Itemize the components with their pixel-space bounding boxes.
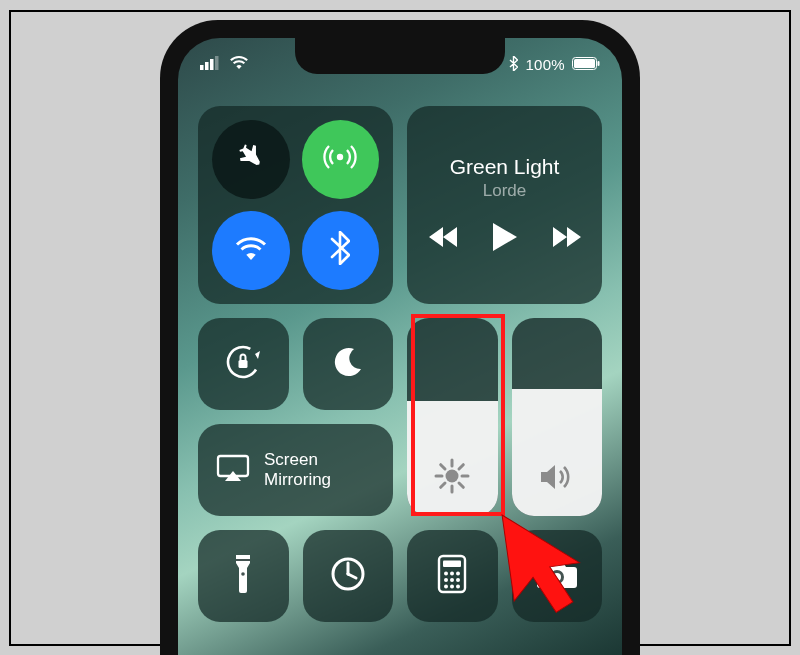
screen-mirroring-button[interactable]: Screen Mirroring [198,424,393,516]
airplay-icon [216,454,250,486]
calculator-icon [437,554,467,598]
sun-icon [434,458,470,498]
image-frame: 100% [9,10,791,646]
cellular-antenna-icon [322,139,358,179]
cellular-data-toggle[interactable] [302,120,380,199]
orientation-lock-toggle[interactable] [198,318,289,410]
speaker-icon [538,460,576,498]
cellular-signal-icon [200,56,222,73]
svg-point-29 [456,571,460,575]
calculator-button[interactable] [407,530,498,622]
now-playing-title: Green Light [450,155,560,179]
svg-point-35 [456,584,460,588]
flashlight-button[interactable] [198,530,289,622]
svg-rect-3 [215,56,219,70]
timer-icon [328,554,368,598]
connectivity-group[interactable] [198,106,393,304]
svg-rect-5 [574,59,595,68]
bluetooth-icon [330,231,350,269]
battery-percent: 100% [525,56,565,73]
svg-line-16 [459,483,463,487]
svg-point-27 [444,571,448,575]
orientation-lock-icon [222,341,264,387]
battery-icon [572,56,600,73]
svg-line-24 [348,574,356,578]
now-playing-artist: Lorde [483,181,526,201]
screen-mirroring-label: Screen Mirroring [264,450,331,489]
airplane-icon [234,140,268,178]
svg-point-10 [446,469,459,482]
svg-point-31 [450,578,454,582]
svg-rect-0 [200,65,204,70]
do-not-disturb-toggle[interactable] [303,318,394,410]
airplane-mode-toggle[interactable] [212,120,290,199]
timer-button[interactable] [303,530,394,622]
svg-point-30 [444,578,448,582]
svg-rect-1 [205,62,209,70]
svg-line-17 [441,483,445,487]
bluetooth-status-icon [509,56,518,74]
svg-point-33 [444,584,448,588]
now-playing-tile[interactable]: Green Light Lorde [407,106,602,304]
svg-rect-6 [598,61,600,66]
svg-point-32 [456,578,460,582]
svg-rect-26 [443,560,461,567]
next-track-button[interactable] [551,226,581,252]
svg-rect-9 [239,360,248,368]
svg-rect-20 [236,559,250,561]
svg-point-34 [450,584,454,588]
wifi-status-icon [229,56,249,73]
play-button[interactable] [493,223,517,255]
brightness-slider[interactable] [407,318,498,516]
moon-icon [331,345,365,383]
annotation-arrow [501,502,611,636]
previous-track-button[interactable] [429,226,459,252]
wifi-toggle[interactable] [212,211,290,290]
bluetooth-toggle[interactable] [302,211,380,290]
svg-rect-2 [210,59,214,70]
svg-point-28 [450,571,454,575]
flashlight-icon [232,553,254,599]
svg-line-18 [459,464,463,468]
wifi-icon [233,234,269,266]
svg-point-21 [241,572,245,576]
notch [295,38,505,74]
svg-line-15 [441,464,445,468]
svg-point-7 [337,154,343,160]
volume-slider[interactable] [512,318,603,516]
